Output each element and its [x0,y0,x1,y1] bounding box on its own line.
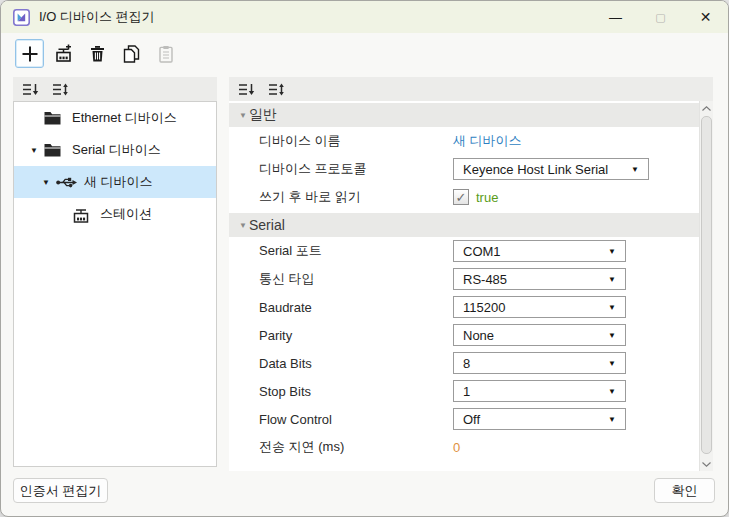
tree-item-label: 스테이션 [100,205,152,223]
tree-item-label: Ethernet 디바이스 [72,109,177,127]
baudrate-dropdown[interactable]: 115200▼ [453,296,626,318]
titlebar: I/O 디바이스 편집기 — ▢ ✕ [1,1,728,33]
dropdown-value: 8 [463,356,470,371]
maximize-button[interactable]: ▢ [638,1,683,33]
tx-delay-value[interactable]: 0 [453,440,460,455]
dropdown-arrow-icon: ▼ [608,275,616,284]
expand-all-icon [52,83,69,96]
usb-icon [56,174,78,190]
add-station-button[interactable] [49,39,78,68]
property-row-flow-control: Flow ControlOff▼ [229,405,699,433]
tree-item-new-device[interactable]: ▼새 디바이스 [14,166,216,198]
certificate-editor-button[interactable]: 인증서 편집기 [13,478,108,503]
collapse-all-icon [238,83,255,96]
read-after-write-value: true [476,190,498,205]
parity-dropdown[interactable]: None▼ [453,324,626,346]
dropdown-value: 115200 [463,300,505,315]
tree-item-serial-devices[interactable]: ▼Serial 디바이스 [14,134,216,166]
section-header-일반[interactable]: ▼일반 [229,103,699,127]
dropdown-value: Off [463,412,480,427]
folder-icon [44,110,66,126]
property-row-parity: ParityNone▼ [229,321,699,349]
trash-icon [90,45,105,62]
property-row-data-bits: Data Bits8▼ [229,349,699,377]
ok-button[interactable]: 확인 [654,478,715,503]
property-label: Stop Bits [229,384,453,399]
copy-button[interactable] [117,39,146,68]
tree-panel-header [13,77,217,101]
property-label: Serial 포트 [229,242,453,260]
paste-icon [159,45,173,63]
property-label: Parity [229,328,453,343]
dropdown-arrow-icon: ▼ [608,331,616,340]
property-row-stop-bits: Stop Bits1▼ [229,377,699,405]
window-title: I/O 디바이스 편집기 [39,8,155,26]
property-row-device-name: 디바이스 이름새 디바이스 [229,127,699,155]
delete-button[interactable] [83,39,112,68]
device-protocol-dropdown[interactable]: Keyence Host Link Serial▼ [453,158,649,180]
tree-item-ethernet-devices[interactable]: Ethernet 디바이스 [14,102,216,134]
io-device-editor-window: I/O 디바이스 편집기 — ▢ ✕ Ethernet 디바이스▼Serial … [0,0,729,517]
property-label: 통신 타입 [229,270,453,288]
property-label: Baudrate [229,300,453,315]
dropdown-arrow-icon: ▼ [608,303,616,312]
data-bits-dropdown[interactable]: 8▼ [453,352,626,374]
dropdown-value: Keyence Host Link Serial [463,162,608,177]
property-label: 쓰기 후 바로 읽기 [229,188,453,206]
property-grid: ▼일반디바이스 이름새 디바이스디바이스 프로토콜Keyence Host Li… [229,101,713,471]
add-station-icon [54,44,73,63]
scroll-up-icon[interactable] [700,101,713,115]
dropdown-arrow-icon: ▼ [608,359,616,368]
flow-control-dropdown[interactable]: Off▼ [453,408,626,430]
section-collapse-icon[interactable]: ▼ [229,111,249,120]
plus-icon [21,45,39,63]
property-label: 디바이스 이름 [229,132,453,150]
property-label: Data Bits [229,356,453,371]
expand-all-button[interactable] [51,81,69,97]
folder-icon [44,142,66,158]
read-after-write-checkbox[interactable]: ✓ [453,189,469,205]
device-tree: Ethernet 디바이스▼Serial 디바이스▼새 디바이스스테이션 [13,101,217,467]
section-collapse-icon[interactable]: ▼ [229,221,249,230]
expander-icon[interactable]: ▼ [42,178,56,187]
property-label: 전송 지연 (ms) [229,438,453,456]
scroll-down-icon[interactable] [700,457,713,471]
station-icon [72,206,94,222]
device-name-value[interactable]: 새 디바이스 [453,132,522,150]
comm-type-dropdown[interactable]: RS-485▼ [453,268,626,290]
expander-icon[interactable]: ▼ [30,146,44,155]
stop-bits-dropdown[interactable]: 1▼ [453,380,626,402]
paste-button[interactable] [151,39,180,68]
collapse-all-button[interactable] [21,81,39,97]
property-row-tx-delay: 전송 지연 (ms)0 [229,433,699,461]
dropdown-arrow-icon: ▼ [608,387,616,396]
tree-item-station[interactable]: 스테이션 [14,198,216,230]
dropdown-value: None [463,328,494,343]
vertical-scrollbar[interactable] [699,101,713,471]
tree-item-label: Serial 디바이스 [72,141,161,159]
collapse-all-icon [22,83,39,96]
section-title: Serial [249,217,285,233]
close-button[interactable]: ✕ [683,1,728,33]
add-device-button[interactable] [15,39,44,68]
property-row-baudrate: Baudrate115200▼ [229,293,699,321]
expand-all-button[interactable] [267,81,285,97]
property-row-read-after-write: 쓰기 후 바로 읽기✓true [229,183,699,211]
property-panel-header [229,77,713,101]
tree-item-label: 새 디바이스 [84,173,153,191]
property-label: Flow Control [229,412,453,427]
minimize-button[interactable]: — [593,1,638,33]
copy-icon [123,45,140,63]
dropdown-arrow-icon: ▼ [608,247,616,256]
dropdown-arrow-icon: ▼ [631,165,639,174]
collapse-all-button[interactable] [237,81,255,97]
property-row-device-protocol: 디바이스 프로토콜Keyence Host Link Serial▼ [229,155,699,183]
dropdown-value: 1 [463,384,470,399]
section-title: 일반 [249,106,277,124]
scrollbar-thumb[interactable] [701,116,712,454]
app-logo-icon [13,9,30,26]
serial-port-dropdown[interactable]: COM1▼ [453,240,626,262]
toolbar [15,39,180,69]
section-header-serial[interactable]: ▼Serial [229,213,699,237]
expand-all-icon [268,83,285,96]
